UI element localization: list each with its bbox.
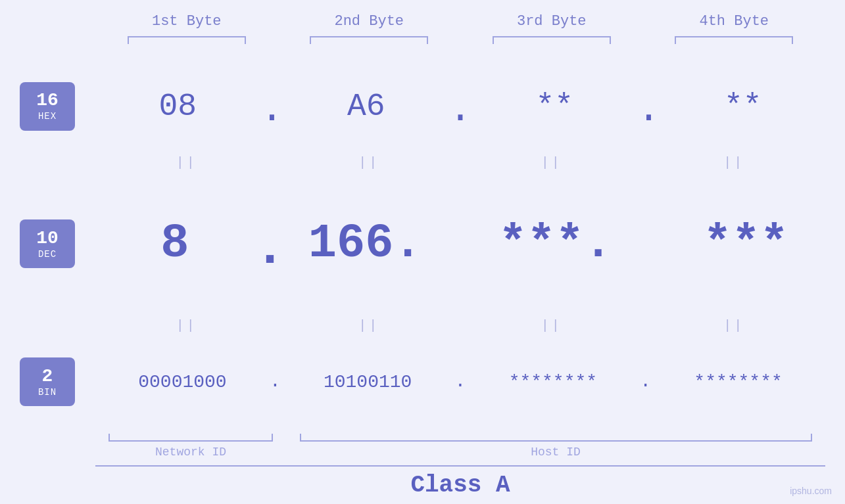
sep-1-1: || <box>176 155 197 170</box>
dec-byte-1: 8 <box>160 217 189 271</box>
class-label: Class A <box>410 472 510 499</box>
dec-dot-1: . <box>254 223 285 275</box>
host-id-label: Host ID <box>531 446 581 459</box>
network-bracket <box>109 434 273 442</box>
dec-label: DEC <box>38 249 57 260</box>
main-container: 1st Byte 2nd Byte 3rd Byte 4th Byte 16 H… <box>0 0 845 504</box>
sep-1-3: || <box>541 155 562 170</box>
bin-byte-3: ******** <box>509 372 597 392</box>
bin-number: 2 <box>42 367 53 387</box>
bin-byte-1: 00001000 <box>138 372 226 392</box>
hex-number: 16 <box>36 91 59 111</box>
class-section: Class A <box>20 465 825 504</box>
byte-header-2: 2nd Byte <box>278 13 461 30</box>
dec-number: 10 <box>36 229 59 249</box>
bracket-line-1 <box>128 36 246 44</box>
hex-label: HEX <box>38 111 57 122</box>
hex-row: 16 HEX 08 . A6 . ** . ** <box>20 57 825 155</box>
sep-2-2: || <box>358 318 379 333</box>
network-id-label: Network ID <box>155 446 226 459</box>
bin-badge: 2 BIN <box>20 357 75 406</box>
hex-byte-1: 08 <box>158 89 197 124</box>
top-bracket-row <box>0 36 845 44</box>
bin-dot-1: . <box>270 373 281 391</box>
sep-row-1: || || || || <box>20 155 825 170</box>
dec-byte-3: ***. <box>498 217 612 271</box>
bin-dot-3: . <box>640 373 651 391</box>
byte-header-3: 3rd Byte <box>460 13 643 30</box>
bracket-4 <box>643 36 826 44</box>
bin-byte-2: 10100110 <box>324 372 412 392</box>
bin-row: 2 BIN 00001000 . 10100110 . ******** . <box>20 333 825 431</box>
dec-badge: 10 DEC <box>20 219 75 268</box>
bracket-3 <box>460 36 643 44</box>
sep-row-2: || || || || <box>20 318 825 333</box>
hex-dot-2: . <box>448 90 472 129</box>
sep-2-1: || <box>176 318 197 333</box>
bracket-line-2 <box>310 36 428 44</box>
class-divider <box>95 465 825 467</box>
hex-byte-3: ** <box>535 89 573 124</box>
bracket-line-4 <box>675 36 793 44</box>
hex-dot-3: . <box>637 90 660 129</box>
sep-1-2: || <box>358 155 379 170</box>
bin-label: BIN <box>38 387 57 398</box>
hex-byte-4: ** <box>724 89 762 124</box>
bracket-1 <box>95 36 278 44</box>
watermark: ipshu.com <box>790 486 832 496</box>
bin-dot-2: . <box>455 373 466 391</box>
dec-row: 10 DEC 8 . 166. . ***. . *** <box>20 170 825 317</box>
sep-1-4: || <box>723 155 744 170</box>
byte-header-1: 1st Byte <box>95 13 278 30</box>
sep-2-4: || <box>723 318 744 333</box>
dec-byte-4: *** <box>703 217 788 271</box>
hex-byte-2: A6 <box>347 89 385 124</box>
sep-2-3: || <box>541 318 562 333</box>
bracket-2 <box>278 36 461 44</box>
host-bracket <box>300 434 812 442</box>
hex-badge: 16 HEX <box>20 82 75 131</box>
header-row: 1st Byte 2nd Byte 3rd Byte 4th Byte <box>0 13 845 30</box>
byte-header-4: 4th Byte <box>643 13 826 30</box>
hex-dot-1: . <box>260 90 283 129</box>
dec-byte-2: 166. <box>308 217 422 271</box>
bin-byte-4: ******** <box>694 372 782 392</box>
bracket-line-3 <box>493 36 611 44</box>
bottom-bracket-area: Network ID Host ID <box>20 434 825 459</box>
